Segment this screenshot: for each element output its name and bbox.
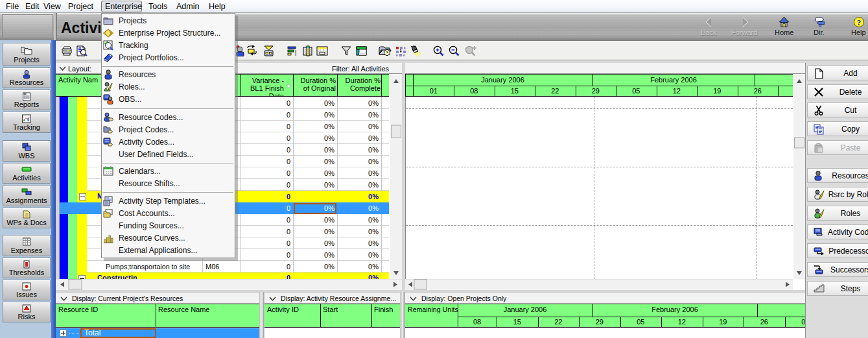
svg-text:?: ? bbox=[857, 18, 861, 27]
